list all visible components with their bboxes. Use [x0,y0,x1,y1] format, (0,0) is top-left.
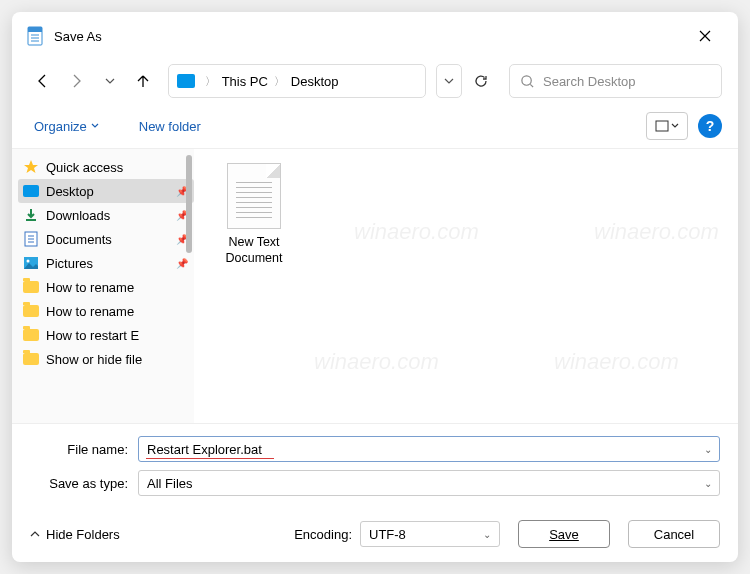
svg-rect-7 [26,219,36,221]
search-icon [520,74,535,89]
save-form: File name: ⌄ Save as type: All Files ⌄ [12,423,738,512]
sidebar-item-desktop[interactable]: Desktop 📌 [18,179,194,203]
up-button[interactable] [128,65,157,97]
action-row: Hide Folders Encoding: UTF-8 ⌄ Save Canc… [12,512,738,562]
svg-point-13 [27,260,30,263]
svg-rect-6 [656,121,668,131]
refresh-button[interactable] [466,64,497,98]
saveastype-select[interactable]: All Files [138,470,720,496]
save-button[interactable]: Save [518,520,610,548]
sidebar-item-folder[interactable]: How to restart E [18,323,194,347]
sidebar-item-label: Quick access [46,160,123,175]
filename-input[interactable] [138,436,720,462]
window-title: Save As [54,29,102,44]
sidebar-item-label: Downloads [46,208,110,223]
sidebar-item-quick-access[interactable]: Quick access [18,155,194,179]
folder-icon [22,279,40,295]
sidebar-item-folder[interactable]: How to rename [18,275,194,299]
chevron-down-icon: ⌄ [483,529,491,540]
documents-icon [22,231,40,247]
search-input[interactable] [543,74,711,89]
chevron-up-icon [30,529,40,539]
this-pc-icon [177,74,195,88]
new-folder-button[interactable]: New folder [133,113,207,140]
svg-rect-1 [28,27,42,32]
cancel-button[interactable]: Cancel [628,520,720,548]
file-list-area[interactable]: New Text Document winaero.com winaero.co… [194,149,738,423]
text-file-icon [227,163,281,229]
saveastype-value: All Files [147,476,193,491]
file-item[interactable]: New Text Document [206,163,302,266]
close-button[interactable] [686,22,724,50]
search-box[interactable] [509,64,722,98]
folder-icon [22,351,40,367]
file-label: New Text Document [206,235,302,266]
sidebar-item-label: Show or hide file [46,352,142,367]
sidebar-item-documents[interactable]: Documents 📌 [18,227,194,251]
pictures-icon [22,255,40,271]
sidebar-item-label: How to rename [46,280,134,295]
star-icon [22,159,40,175]
hide-folders-toggle[interactable]: Hide Folders [30,527,120,542]
chevron-down-icon [671,122,679,130]
chevron-right-icon: 〉 [270,74,289,89]
notepad-icon [26,26,44,46]
navigation-pane: Quick access Desktop 📌 Downloads 📌 Docum… [12,149,194,423]
svg-point-5 [522,75,531,84]
chevron-down-icon[interactable]: ⌄ [704,444,712,455]
filename-label: File name: [30,442,138,457]
organize-button[interactable]: Organize [28,113,105,140]
sidebar-item-downloads[interactable]: Downloads 📌 [18,203,194,227]
back-button[interactable] [28,65,57,97]
sidebar-item-label: Pictures [46,256,93,271]
view-icon [655,120,669,132]
save-as-dialog: Save As 〉 This PC 〉 Desktop Organize New… [12,12,738,562]
breadcrumb[interactable]: 〉 This PC 〉 Desktop [168,64,426,98]
recent-locations-button[interactable] [95,65,124,97]
folder-icon [22,303,40,319]
sidebar-item-pictures[interactable]: Pictures 📌 [18,251,194,275]
address-dropdown[interactable] [436,64,462,98]
encoding-select[interactable]: UTF-8 ⌄ [360,521,500,547]
desktop-icon [22,183,40,199]
chevron-right-icon: 〉 [201,74,220,89]
new-folder-label: New folder [139,119,201,134]
sidebar-scrollbar[interactable] [184,155,194,417]
crumb-thispc[interactable]: This PC [220,72,270,91]
hide-folders-label: Hide Folders [46,527,120,542]
encoding-label: Encoding: [294,527,352,542]
forward-button[interactable] [61,65,90,97]
downloads-icon [22,207,40,223]
sidebar-item-label: How to rename [46,304,134,319]
crumb-desktop[interactable]: Desktop [289,72,341,91]
help-button[interactable]: ? [698,114,722,138]
toolbar: Organize New folder ? [12,108,738,149]
sidebar-item-folder[interactable]: Show or hide file [18,347,194,371]
sidebar-item-label: How to restart E [46,328,139,343]
saveastype-label: Save as type: [30,476,138,491]
scrollbar-thumb[interactable] [186,155,192,253]
dialog-body: Quick access Desktop 📌 Downloads 📌 Docum… [12,149,738,423]
sidebar-item-folder[interactable]: How to rename [18,299,194,323]
titlebar: Save As [12,12,738,58]
chevron-down-icon [91,122,99,130]
chevron-down-icon[interactable]: ⌄ [704,478,712,489]
view-options-button[interactable] [646,112,688,140]
folder-icon [22,327,40,343]
navigation-row: 〉 This PC 〉 Desktop [12,58,738,108]
sidebar-item-label: Desktop [46,184,94,199]
organize-label: Organize [34,119,87,134]
encoding-value: UTF-8 [369,527,406,542]
sidebar-item-label: Documents [46,232,112,247]
